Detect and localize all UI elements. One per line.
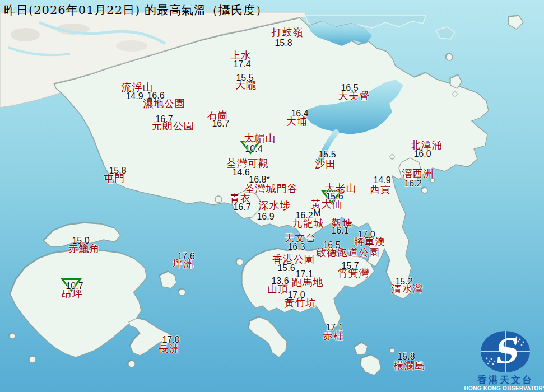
- station-name: 深水埗: [259, 200, 291, 211]
- station-value: 15.6: [277, 264, 295, 273]
- station-name: 沙田: [315, 159, 336, 169]
- station-name: 橫瀾島: [394, 361, 426, 371]
- station-value: 17.0: [287, 291, 305, 300]
- station-value: 16.4: [291, 109, 308, 118]
- station-value: 17.6: [177, 252, 194, 261]
- weather-map-page: S 香港天文台 HONG KONG OBSERVATORY 昨日(2026年01…: [0, 0, 544, 392]
- station-value: 14.9: [125, 92, 143, 101]
- station-value: M: [313, 209, 320, 218]
- station-value: 15.8: [275, 39, 292, 48]
- stations-layer: 打鼓嶺15.8上水17.4大隴15.5大美督16.5流浮山14.9濕地公園16.…: [0, 0, 544, 392]
- station-value: 16.0: [413, 150, 431, 158]
- station-value: 17.1: [295, 270, 313, 279]
- station-value: 16.8*: [249, 175, 269, 184]
- station-value: 16.3: [287, 242, 305, 251]
- station-value: 16.1: [331, 226, 348, 235]
- station-name: 長洲: [159, 343, 180, 353]
- station-name: 打鼓嶺: [272, 27, 304, 38]
- station-value: 15.8: [397, 352, 415, 361]
- station-value: 15.2: [395, 277, 412, 286]
- station-value: 10.7: [66, 282, 83, 291]
- station-name: 大帽山: [244, 133, 276, 143]
- station-name: 荃灣城門谷: [245, 184, 298, 194]
- station-value: 17.0: [162, 335, 179, 344]
- station-value: 16.2: [295, 211, 313, 220]
- station-value: 10.4: [245, 144, 262, 153]
- station-value: 16.2: [404, 179, 421, 188]
- station-value: 16.6: [147, 91, 164, 100]
- station-name: 西貢: [370, 184, 391, 194]
- station-value: 13.6: [271, 277, 289, 286]
- station-value: 14.6: [232, 168, 249, 177]
- station-name: 赤柱: [323, 331, 344, 341]
- station-value: 16.7: [233, 203, 250, 212]
- station-value: 17.4: [233, 60, 250, 69]
- station-value: 15.7: [341, 262, 359, 270]
- station-value: 17.0: [357, 230, 375, 239]
- station-value: 15.0: [72, 236, 89, 245]
- station-value: 15.8: [109, 166, 126, 175]
- station-value: 14.9: [373, 176, 390, 185]
- station-value: 16.5: [323, 241, 340, 250]
- station-value: 16.9: [257, 212, 274, 221]
- station-value: 16.7: [155, 115, 173, 124]
- station-name: 滘西洲: [402, 169, 434, 179]
- station-value: 16.7: [212, 119, 229, 128]
- station-value: 15.5: [236, 73, 253, 82]
- station-value: 16.5: [341, 83, 358, 92]
- station-value: 17.1: [326, 323, 343, 332]
- station-value: 15.5: [318, 150, 336, 159]
